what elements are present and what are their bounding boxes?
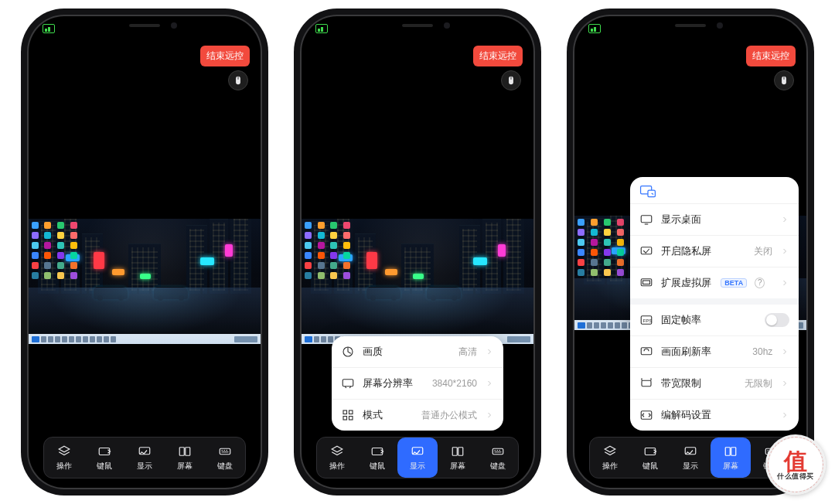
phone-screen: 结束远控	[574, 16, 806, 488]
remote-desktop-view[interactable]	[302, 219, 533, 344]
keyboard-mouse-icon	[642, 444, 658, 458]
chevron-right-icon	[780, 247, 789, 256]
help-icon[interactable]: ?	[755, 278, 765, 288]
screens-icon	[177, 444, 193, 458]
phone-mockup-2: 结束远控	[302, 16, 533, 488]
row-codec-label: 编解码设置	[661, 408, 711, 422]
bottom-toolbar: 操作 键鼠 显示 屏幕 键盘	[589, 437, 792, 478]
mouse-mode-button[interactable]	[228, 70, 248, 90]
row-show-desktop[interactable]: 显示桌面	[630, 203, 799, 235]
mouse-icon	[506, 75, 516, 86]
row-privacy-label: 开启隐私屏	[661, 244, 711, 258]
row-privacy-value: 关闭	[754, 245, 772, 258]
phone-screen: 结束远控	[302, 16, 533, 488]
virtual-screen-icon	[639, 276, 653, 290]
toolbar-mouse-label: 键鼠	[370, 461, 385, 472]
row-mode[interactable]: 模式 普通办公模式	[332, 399, 503, 431]
status-bar	[43, 24, 55, 33]
row-refresh-label: 画面刷新率	[661, 345, 711, 359]
toolbar-ops-button[interactable]: 操作	[590, 438, 630, 478]
toolbar-display-button[interactable]: 显示	[397, 438, 438, 478]
toolbar-mouse-button[interactable]: 键鼠	[630, 438, 670, 478]
toolbar-ops-button[interactable]: 操作	[317, 438, 357, 478]
device-notch	[87, 16, 203, 36]
toolbar-mouse-button[interactable]: 键鼠	[357, 438, 397, 478]
toolbar-screen-button[interactable]: 屏幕	[711, 438, 751, 478]
row-privacy-screen[interactable]: 开启隐私屏 关闭	[630, 235, 799, 267]
row-virtual-screen[interactable]: 扩展虚拟屏 BETA ?	[630, 267, 799, 298]
row-quality-label: 画质	[363, 345, 383, 359]
toolbar-display-button[interactable]: 显示	[670, 438, 711, 478]
row-bandwidth-label: 带宽限制	[661, 376, 701, 390]
status-bar	[315, 24, 328, 33]
svg-rect-6	[220, 448, 230, 455]
mouse-mode-button[interactable]	[774, 70, 794, 90]
beta-badge: BETA	[721, 278, 747, 288]
screen-panel-icon	[639, 185, 656, 199]
row-quality-value: 高清	[458, 346, 477, 359]
row-bandwidth-value: 无限制	[745, 377, 772, 390]
watermark-badge: 值 什么值得买	[765, 434, 826, 495]
chevron-right-icon	[780, 215, 789, 224]
svg-rect-2	[99, 448, 110, 455]
row-quality[interactable]: 画质 高清	[332, 336, 503, 367]
layers-icon	[329, 444, 345, 458]
end-remote-button[interactable]: 结束远控	[200, 46, 250, 66]
row-mode-label: 模式	[363, 408, 383, 422]
fps-icon: FPS	[639, 313, 653, 327]
toolbar-mouse-button[interactable]: 键鼠	[84, 438, 124, 478]
end-remote-button[interactable]: 结束远控	[473, 46, 523, 66]
svg-rect-33	[646, 448, 656, 455]
bottom-toolbar: 操作 键鼠 显示 屏幕 键盘	[316, 437, 519, 478]
toolbar-display-button[interactable]: 显示	[124, 438, 165, 478]
toolbar-mouse-label: 键鼠	[97, 461, 112, 472]
svg-rect-31	[642, 380, 651, 387]
toolbar-screen-label: 屏幕	[450, 461, 465, 472]
remote-desktop-view[interactable]	[29, 219, 261, 344]
svg-rect-13	[343, 417, 347, 421]
row-fixed-fps[interactable]: FPS 固定帧率	[630, 298, 799, 335]
remote-desktop-icons	[578, 219, 627, 316]
row-bandwidth[interactable]: 带宽限制 无限制	[630, 367, 799, 399]
row-refresh-rate[interactable]: 画面刷新率 30hz	[630, 335, 799, 367]
monitor-icon	[410, 444, 425, 458]
toolbar-keyboard-label: 键盘	[490, 461, 506, 472]
toolbar-screen-button[interactable]: 屏幕	[165, 438, 205, 478]
remote-desktop-icons	[32, 222, 81, 330]
keyboard-icon	[217, 444, 233, 458]
toolbar-ops-label: 操作	[602, 461, 618, 472]
svg-rect-18	[458, 447, 463, 455]
toolbar-screen-button[interactable]: 屏幕	[438, 438, 478, 478]
toolbar-keyboard-button[interactable]: 键盘	[205, 438, 245, 478]
keyboard-mouse-icon	[97, 444, 112, 458]
row-resolution[interactable]: 屏幕分辨率 3840*2160	[332, 367, 503, 399]
chevron-right-icon	[780, 278, 789, 288]
svg-rect-10	[343, 380, 353, 387]
mouse-mode-button[interactable]	[501, 70, 521, 90]
toolbar-display-label: 显示	[683, 461, 698, 472]
svg-rect-4	[179, 447, 184, 455]
phone-screen: 结束远控	[29, 16, 261, 488]
svg-rect-19	[492, 448, 503, 455]
chevron-right-icon	[485, 347, 494, 356]
toolbar-mouse-label: 键鼠	[642, 461, 658, 472]
refresh-icon	[639, 345, 653, 359]
toolbar-keyboard-button[interactable]: 键盘	[478, 438, 518, 478]
signal-icon	[315, 24, 328, 33]
svg-rect-17	[452, 447, 457, 455]
bandwidth-icon	[639, 376, 653, 390]
bottom-toolbar: 操作 键鼠 显示 屏幕 键盘	[43, 437, 246, 478]
screens-icon	[450, 444, 465, 458]
svg-rect-25	[642, 247, 653, 254]
end-remote-button[interactable]: 结束远控	[746, 46, 796, 66]
chevron-right-icon	[485, 379, 494, 388]
svg-rect-5	[185, 447, 189, 455]
fixed-fps-toggle[interactable]	[765, 313, 789, 327]
svg-rect-11	[343, 410, 347, 414]
row-codec[interactable]: 编解码设置	[630, 399, 799, 431]
phone-mockup-3: 结束远控	[574, 16, 806, 488]
svg-rect-24	[642, 216, 653, 223]
toolbar-screen-label: 屏幕	[723, 461, 738, 472]
toolbar-ops-button[interactable]: 操作	[44, 438, 84, 478]
toolbar-keyboard-label: 键盘	[217, 461, 233, 472]
